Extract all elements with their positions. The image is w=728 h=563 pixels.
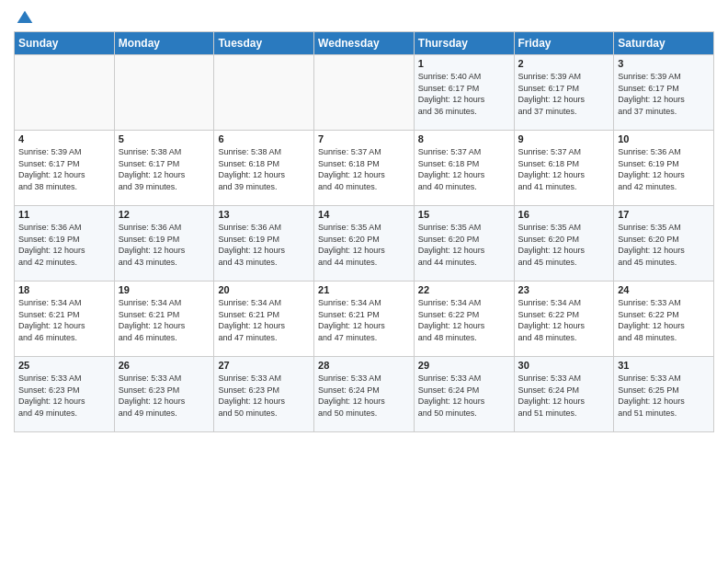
calendar-week-row: 1Sunrise: 5:40 AM Sunset: 6:17 PM Daylig… (15, 55, 714, 131)
day-number: 20 (218, 284, 310, 295)
logo-text (14, 9, 34, 28)
header (14, 9, 714, 24)
calendar-cell: 26Sunrise: 5:33 AM Sunset: 6:23 PM Dayli… (114, 357, 214, 432)
day-number: 4 (18, 133, 110, 144)
day-number: 10 (618, 133, 710, 144)
day-info: Sunrise: 5:35 AM Sunset: 6:20 PM Dayligh… (418, 222, 510, 268)
weekday-header: Monday (114, 32, 214, 55)
weekday-header: Sunday (15, 32, 115, 55)
calendar-cell: 29Sunrise: 5:33 AM Sunset: 6:24 PM Dayli… (414, 357, 514, 432)
calendar-cell: 14Sunrise: 5:35 AM Sunset: 6:20 PM Dayli… (314, 206, 415, 282)
weekday-header: Thursday (414, 32, 514, 55)
calendar-cell: 17Sunrise: 5:35 AM Sunset: 6:20 PM Dayli… (614, 206, 714, 282)
calendar-cell (114, 55, 214, 131)
calendar-cell: 9Sunrise: 5:37 AM Sunset: 6:18 PM Daylig… (514, 131, 614, 206)
calendar-cell: 20Sunrise: 5:34 AM Sunset: 6:21 PM Dayli… (214, 282, 314, 357)
calendar-cell: 18Sunrise: 5:34 AM Sunset: 6:21 PM Dayli… (15, 282, 115, 357)
svg-marker-0 (17, 11, 33, 23)
day-number: 21 (318, 284, 410, 295)
calendar-cell: 8Sunrise: 5:37 AM Sunset: 6:18 PM Daylig… (414, 131, 514, 206)
day-info: Sunrise: 5:36 AM Sunset: 6:19 PM Dayligh… (18, 222, 110, 268)
calendar-cell: 25Sunrise: 5:33 AM Sunset: 6:23 PM Dayli… (15, 357, 115, 432)
day-info: Sunrise: 5:33 AM Sunset: 6:23 PM Dayligh… (18, 373, 110, 419)
calendar-table: SundayMondayTuesdayWednesdayThursdayFrid… (14, 31, 714, 432)
weekday-header: Tuesday (214, 32, 314, 55)
day-number: 5 (119, 133, 210, 144)
day-number: 3 (618, 58, 710, 69)
calendar-cell: 22Sunrise: 5:34 AM Sunset: 6:22 PM Dayli… (414, 282, 514, 357)
calendar-cell: 1Sunrise: 5:40 AM Sunset: 6:17 PM Daylig… (414, 55, 514, 131)
day-info: Sunrise: 5:33 AM Sunset: 6:24 PM Dayligh… (318, 373, 410, 419)
day-info: Sunrise: 5:36 AM Sunset: 6:19 PM Dayligh… (218, 222, 310, 268)
day-number: 24 (618, 284, 710, 295)
weekday-header: Friday (514, 32, 614, 55)
calendar-cell: 3Sunrise: 5:39 AM Sunset: 6:17 PM Daylig… (614, 55, 714, 131)
day-info: Sunrise: 5:39 AM Sunset: 6:17 PM Dayligh… (518, 71, 610, 117)
day-number: 30 (518, 360, 610, 371)
day-info: Sunrise: 5:40 AM Sunset: 6:17 PM Dayligh… (418, 71, 510, 117)
day-number: 6 (218, 133, 310, 144)
calendar-cell (15, 55, 115, 131)
day-info: Sunrise: 5:34 AM Sunset: 6:21 PM Dayligh… (119, 297, 210, 343)
day-info: Sunrise: 5:34 AM Sunset: 6:22 PM Dayligh… (518, 297, 610, 343)
day-number: 23 (518, 284, 610, 295)
day-number: 11 (18, 209, 110, 220)
calendar-cell: 31Sunrise: 5:33 AM Sunset: 6:25 PM Dayli… (614, 357, 714, 432)
calendar-cell: 10Sunrise: 5:36 AM Sunset: 6:19 PM Dayli… (614, 131, 714, 206)
day-info: Sunrise: 5:33 AM Sunset: 6:23 PM Dayligh… (218, 373, 310, 419)
day-number: 25 (18, 360, 110, 371)
day-number: 9 (518, 133, 610, 144)
calendar-cell: 16Sunrise: 5:35 AM Sunset: 6:20 PM Dayli… (514, 206, 614, 282)
day-info: Sunrise: 5:38 AM Sunset: 6:18 PM Dayligh… (218, 146, 310, 192)
page: SundayMondayTuesdayWednesdayThursdayFrid… (0, 0, 728, 563)
calendar-cell: 6Sunrise: 5:38 AM Sunset: 6:18 PM Daylig… (214, 131, 314, 206)
day-info: Sunrise: 5:39 AM Sunset: 6:17 PM Dayligh… (18, 146, 110, 192)
day-info: Sunrise: 5:33 AM Sunset: 6:23 PM Dayligh… (119, 373, 210, 419)
calendar-header-row: SundayMondayTuesdayWednesdayThursdayFrid… (15, 32, 714, 55)
weekday-header: Saturday (614, 32, 714, 55)
day-number: 22 (418, 284, 510, 295)
calendar-cell: 19Sunrise: 5:34 AM Sunset: 6:21 PM Dayli… (114, 282, 214, 357)
weekday-header: Wednesday (314, 32, 415, 55)
calendar-cell: 27Sunrise: 5:33 AM Sunset: 6:23 PM Dayli… (214, 357, 314, 432)
calendar-week-row: 18Sunrise: 5:34 AM Sunset: 6:21 PM Dayli… (15, 282, 714, 357)
calendar-cell: 5Sunrise: 5:38 AM Sunset: 6:17 PM Daylig… (114, 131, 214, 206)
calendar-cell: 28Sunrise: 5:33 AM Sunset: 6:24 PM Dayli… (314, 357, 415, 432)
day-info: Sunrise: 5:35 AM Sunset: 6:20 PM Dayligh… (318, 222, 410, 268)
calendar-week-row: 11Sunrise: 5:36 AM Sunset: 6:19 PM Dayli… (15, 206, 714, 282)
day-info: Sunrise: 5:33 AM Sunset: 6:24 PM Dayligh… (518, 373, 610, 419)
day-number: 19 (119, 284, 210, 295)
day-number: 13 (218, 209, 310, 220)
day-number: 14 (318, 209, 410, 220)
day-number: 16 (518, 209, 610, 220)
day-info: Sunrise: 5:36 AM Sunset: 6:19 PM Dayligh… (119, 222, 210, 268)
day-info: Sunrise: 5:33 AM Sunset: 6:25 PM Dayligh… (618, 373, 710, 419)
calendar-cell: 15Sunrise: 5:35 AM Sunset: 6:20 PM Dayli… (414, 206, 514, 282)
day-info: Sunrise: 5:36 AM Sunset: 6:19 PM Dayligh… (618, 146, 710, 192)
calendar-cell: 7Sunrise: 5:37 AM Sunset: 6:18 PM Daylig… (314, 131, 415, 206)
calendar-cell: 4Sunrise: 5:39 AM Sunset: 6:17 PM Daylig… (15, 131, 115, 206)
calendar-week-row: 25Sunrise: 5:33 AM Sunset: 6:23 PM Dayli… (15, 357, 714, 432)
calendar-week-row: 4Sunrise: 5:39 AM Sunset: 6:17 PM Daylig… (15, 131, 714, 206)
day-info: Sunrise: 5:39 AM Sunset: 6:17 PM Dayligh… (618, 71, 710, 117)
day-info: Sunrise: 5:33 AM Sunset: 6:22 PM Dayligh… (618, 297, 710, 343)
day-info: Sunrise: 5:37 AM Sunset: 6:18 PM Dayligh… (518, 146, 610, 192)
day-number: 7 (318, 133, 410, 144)
day-number: 27 (218, 360, 310, 371)
calendar-cell (314, 55, 415, 131)
day-info: Sunrise: 5:37 AM Sunset: 6:18 PM Dayligh… (418, 146, 510, 192)
day-number: 1 (418, 58, 510, 69)
logo-icon (16, 9, 34, 28)
day-info: Sunrise: 5:34 AM Sunset: 6:22 PM Dayligh… (418, 297, 510, 343)
day-number: 15 (418, 209, 510, 220)
day-number: 2 (518, 58, 610, 69)
day-number: 26 (119, 360, 210, 371)
day-info: Sunrise: 5:34 AM Sunset: 6:21 PM Dayligh… (18, 297, 110, 343)
day-info: Sunrise: 5:35 AM Sunset: 6:20 PM Dayligh… (618, 222, 710, 268)
day-info: Sunrise: 5:35 AM Sunset: 6:20 PM Dayligh… (518, 222, 610, 268)
calendar-cell: 2Sunrise: 5:39 AM Sunset: 6:17 PM Daylig… (514, 55, 614, 131)
calendar-cell: 12Sunrise: 5:36 AM Sunset: 6:19 PM Dayli… (114, 206, 214, 282)
calendar-cell: 24Sunrise: 5:33 AM Sunset: 6:22 PM Dayli… (614, 282, 714, 357)
logo (14, 9, 34, 24)
calendar-cell: 21Sunrise: 5:34 AM Sunset: 6:21 PM Dayli… (314, 282, 415, 357)
